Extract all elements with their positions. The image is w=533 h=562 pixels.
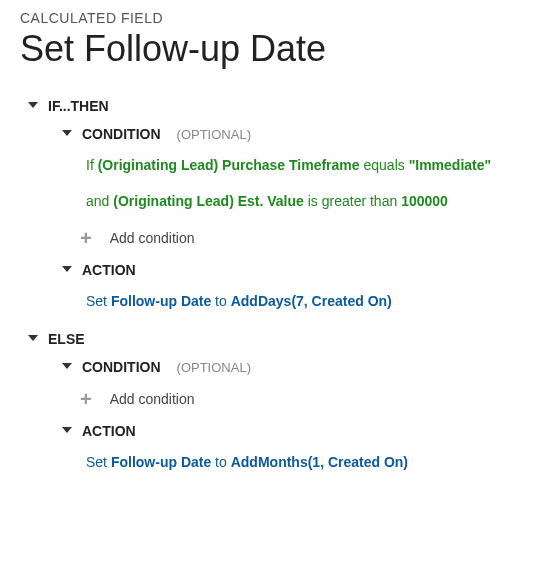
action-func: AddMonths(1, Created On) <box>231 454 408 470</box>
optional-label: (OPTIONAL) <box>177 360 251 375</box>
if-action-header[interactable]: ACTION <box>62 262 513 278</box>
else-section: ELSE CONDITION (OPTIONAL) + Add conditio… <box>28 331 513 475</box>
else-header[interactable]: ELSE <box>28 331 513 347</box>
chevron-down-icon <box>28 102 38 108</box>
if-then-section: IF...THEN CONDITION (OPTIONAL) If (Origi… <box>28 98 513 313</box>
chevron-down-icon <box>62 363 72 369</box>
plus-icon: + <box>80 228 92 248</box>
action-prefix: Set <box>86 293 111 309</box>
page-title: Set Follow-up Date <box>20 28 513 70</box>
if-condition-section: CONDITION (OPTIONAL) If (Originating Lea… <box>62 126 513 248</box>
action-prefix: Set <box>86 454 111 470</box>
action-func: AddDays(7, Created On) <box>231 293 392 309</box>
else-label: ELSE <box>48 331 85 347</box>
if-action-line[interactable]: Set Follow-up Date to AddDays(7, Created… <box>86 290 513 314</box>
condition-prefix: and <box>86 193 113 209</box>
add-condition-button[interactable]: + Add condition <box>80 228 513 248</box>
else-action-section: ACTION Set Follow-up Date to AddMonths(1… <box>62 423 513 475</box>
if-then-header[interactable]: IF...THEN <box>28 98 513 114</box>
plus-icon: + <box>80 389 92 409</box>
condition-value: "Immediate" <box>409 157 492 173</box>
action-field: Follow-up Date <box>111 293 211 309</box>
page-subtitle: CALCULATED FIELD <box>20 10 513 26</box>
optional-label: (OPTIONAL) <box>177 127 251 142</box>
add-condition-button[interactable]: + Add condition <box>80 389 513 409</box>
condition-value: 100000 <box>401 193 448 209</box>
else-condition-section: CONDITION (OPTIONAL) + Add condition <box>62 359 513 409</box>
else-condition-header[interactable]: CONDITION (OPTIONAL) <box>62 359 513 375</box>
condition-operator: is greater than <box>304 193 401 209</box>
chevron-down-icon <box>62 266 72 272</box>
chevron-down-icon <box>28 335 38 341</box>
else-action-line[interactable]: Set Follow-up Date to AddMonths(1, Creat… <box>86 451 513 475</box>
condition-line-1[interactable]: If (Originating Lead) Purchase Timeframe… <box>86 154 513 178</box>
condition-label: CONDITION <box>82 126 161 142</box>
chevron-down-icon <box>62 130 72 136</box>
condition-field: (Originating Lead) Est. Value <box>113 193 304 209</box>
if-action-section: ACTION Set Follow-up Date to AddDays(7, … <box>62 262 513 314</box>
action-field: Follow-up Date <box>111 454 211 470</box>
condition-operator: equals <box>360 157 409 173</box>
else-action-header[interactable]: ACTION <box>62 423 513 439</box>
condition-label: CONDITION <box>82 359 161 375</box>
action-label: ACTION <box>82 262 136 278</box>
if-condition-header[interactable]: CONDITION (OPTIONAL) <box>62 126 513 142</box>
action-mid: to <box>211 293 230 309</box>
condition-prefix: If <box>86 157 98 173</box>
add-condition-label: Add condition <box>110 230 195 246</box>
condition-field: (Originating Lead) Purchase Timeframe <box>98 157 360 173</box>
condition-line-2[interactable]: and (Originating Lead) Est. Value is gre… <box>86 190 513 214</box>
action-mid: to <box>211 454 230 470</box>
chevron-down-icon <box>62 427 72 433</box>
add-condition-label: Add condition <box>110 391 195 407</box>
action-label: ACTION <box>82 423 136 439</box>
if-then-label: IF...THEN <box>48 98 109 114</box>
